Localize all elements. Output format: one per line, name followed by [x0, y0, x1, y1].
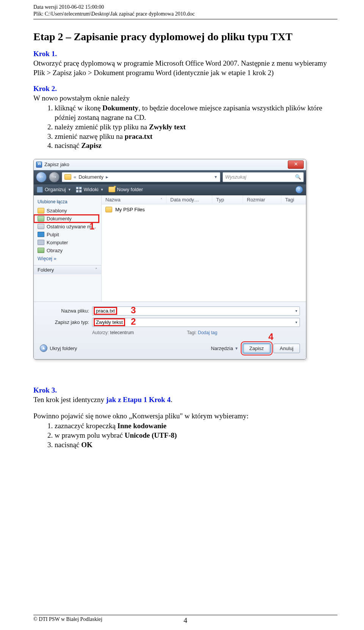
footer-copyright: © DTI PSW w Białej Podlaskiej: [33, 616, 102, 622]
folders-label: Foldery: [38, 267, 54, 273]
help-button[interactable]: ?: [295, 186, 303, 193]
search-input[interactable]: Wyszukaj 🔍: [223, 172, 304, 182]
step3-line1: Ten krok jest identyczny jak z Etapu 1 K…: [33, 395, 337, 405]
column-name-label: Nazwa: [105, 197, 121, 203]
chevron-up-icon: ˄: [95, 267, 97, 272]
column-size[interactable]: Rozmiar: [243, 195, 281, 204]
dialog-bottom: Nazwa pliku: praca.txt ▾ 3 Zapisz jako t…: [34, 302, 306, 359]
column-name[interactable]: Nazwa ˄: [102, 195, 166, 204]
sidebar-item-templates[interactable]: Szablony: [34, 207, 101, 215]
callout-3: 3: [131, 305, 136, 316]
chevron-down-icon: ▼: [100, 188, 104, 192]
breadcrumb-dropdown-icon[interactable]: ▼: [214, 175, 218, 179]
dialog-titlebar: Zapisz jako ✕: [34, 159, 306, 170]
chevron-down-icon[interactable]: ▾: [295, 309, 297, 313]
step2-item-1: kliknąć w ikonę Dokumenty, to będzie doc…: [55, 104, 337, 122]
sidebar-item-desktop[interactable]: Pulpit: [34, 231, 101, 239]
step2-item-3-bold: praca.txt: [125, 132, 152, 140]
breadcrumb[interactable]: « Dokumenty ▸ ▼: [62, 172, 220, 182]
step2-item-2: należy zmienić plik typ pliku na Zwykły …: [55, 123, 337, 132]
step2-item-4: nacisnąć Zapisz: [55, 141, 337, 151]
nav-back-button[interactable]: ←: [36, 172, 47, 182]
step2-item-3: zmienić nazwę pliku na praca.txt: [55, 132, 337, 141]
pictures-icon: [38, 248, 44, 253]
filetype-value: Zwykły tekst: [95, 319, 124, 325]
step1-p2: Plik > Zapisz jako > Dokument programu W…: [33, 69, 274, 77]
step2-intro: W nowo powstałym oknie należy: [33, 94, 337, 103]
authors-label: Autorzy: telecentrum: [92, 330, 134, 335]
chevron-down-icon: ▼: [235, 346, 238, 350]
hide-folders-toggle[interactable]: Ukryj foldery: [40, 344, 77, 352]
file-list-header: Nazwa ˄ Data mody… Typ Rozmiar Tagi: [102, 195, 306, 204]
header-file: Plik: C:\Users\telecentrum\Desktop\Jak z…: [33, 11, 337, 17]
tools-dropdown[interactable]: Narzędzia ▼: [211, 346, 240, 351]
step3-item-3-bold: OK: [81, 441, 93, 449]
callout-1: 1: [89, 221, 94, 232]
page-title: Etap 2 – Zapisanie pracy dyplomowej do p…: [33, 31, 337, 43]
collapse-icon: [40, 344, 47, 352]
documents-icon: [38, 216, 44, 222]
step3-item-1-bold: Inne kodowanie: [118, 422, 166, 430]
column-tags[interactable]: Tagi: [281, 195, 306, 204]
column-type[interactable]: Typ: [212, 195, 243, 204]
folder-icon: [64, 174, 71, 180]
sidebar-item-label: Komputer: [47, 240, 68, 245]
file-row[interactable]: My PSP Files: [102, 204, 306, 215]
organize-button[interactable]: Organizuj ▼: [37, 187, 71, 193]
cancel-button[interactable]: Anuluj: [273, 344, 300, 353]
step2-heading: Krok 2.: [33, 85, 337, 93]
sidebar-item-computer[interactable]: Komputer: [34, 239, 101, 247]
search-placeholder: Wyszukaj: [225, 174, 246, 180]
filetype-select[interactable]: Zwykły tekst ▾: [92, 318, 300, 327]
desktop-icon: [38, 232, 44, 237]
dialog-navbar: ← → « Dokumenty ▸ ▼ Wyszukaj 🔍: [34, 170, 306, 184]
views-button[interactable]: Widoki ▼: [76, 187, 104, 193]
sort-indicator-icon: ˄: [160, 198, 162, 202]
tags-add-link[interactable]: Dodaj tag: [198, 330, 217, 335]
step2-item-1-bold: Dokumenty: [102, 104, 138, 112]
organize-icon: [37, 187, 43, 193]
step1-p1: Otworzyć pracę dyplomową w programie Mic…: [33, 59, 327, 67]
step1-text: Otworzyć pracę dyplomową w programie Mic…: [33, 59, 337, 77]
authors-value: telecentrum: [110, 330, 134, 335]
folder-icon: [38, 208, 44, 214]
metadata-row: Autorzy: telecentrum Tagi: Dodaj tag: [40, 330, 300, 335]
sidebar-item-label: Dokumenty: [47, 216, 72, 222]
step3-heading: Krok 3.: [33, 386, 337, 394]
sidebar-item-pictures[interactable]: Obrazy: [34, 247, 101, 255]
word-app-icon: [36, 162, 42, 168]
sidebar-heading: Ulubione łącza: [34, 198, 101, 207]
nav-forward-button[interactable]: →: [49, 172, 60, 182]
step2-item-2-bold: Zwykły text: [149, 123, 186, 131]
chevron-down-icon: ▼: [68, 188, 71, 192]
dialog-title: Zapisz jako: [44, 162, 69, 167]
step3-item-2: w prawym polu wybrać Unicode (UTF-8): [55, 431, 337, 440]
search-icon: 🔍: [295, 174, 301, 180]
file-name: My PSP Files: [115, 207, 145, 212]
folders-collapse[interactable]: Foldery ˄: [34, 265, 101, 274]
close-button[interactable]: ✕: [288, 160, 304, 169]
views-icon: [76, 187, 82, 193]
callout-4: 4: [268, 331, 273, 342]
step3-item-2-bold: Unicode (UTF-8): [125, 431, 177, 439]
step2-list: kliknąć w ikonę Dokumenty, to będzie doc…: [33, 104, 337, 150]
save-as-dialog: Zapisz jako ✕ ← → « Dokumenty ▸ ▼ Wyszuk…: [33, 159, 306, 360]
sidebar-more[interactable]: Więcej »: [34, 255, 101, 265]
filename-label: Nazwa pliku:: [40, 308, 92, 314]
step3-item-3: nacisnąć OK: [55, 440, 337, 450]
breadcrumb-chevron: ▸: [106, 174, 108, 180]
file-list: Nazwa ˄ Data mody… Typ Rozmiar Tagi My P…: [102, 195, 306, 302]
column-date[interactable]: Data mody…: [166, 195, 212, 204]
save-button[interactable]: Zapisz: [243, 344, 270, 353]
breadcrumb-separator: «: [74, 174, 76, 180]
sidebar-item-label: Szablony: [47, 208, 67, 214]
chevron-down-icon[interactable]: ▾: [295, 320, 297, 324]
tools-label: Narzędzia: [211, 346, 233, 351]
header-version: Data wersji 2010-06-02 15:00:00: [33, 4, 337, 11]
sidebar-item-label: Obrazy: [47, 248, 63, 253]
step3-list: zaznaczyć kropeczką Inne kodowanie w pra…: [33, 421, 337, 449]
new-folder-button[interactable]: Nowy folder: [108, 187, 143, 192]
filename-input[interactable]: praca.txt ▾: [92, 306, 300, 316]
computer-icon: [38, 240, 44, 245]
step1-heading: Krok 1.: [33, 50, 337, 58]
